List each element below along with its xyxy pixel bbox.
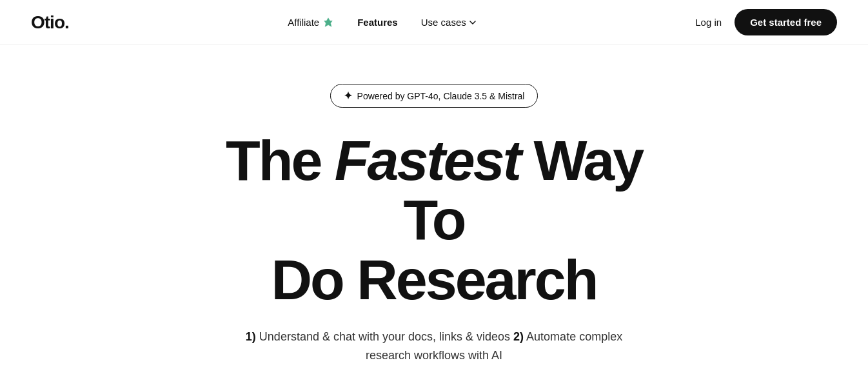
hero-title-italic: Fastest	[335, 128, 520, 192]
powered-badge: ✦ Powered by GPT-4o, Claude 3.5 & Mistra…	[330, 84, 538, 108]
badge-text: Powered by GPT-4o, Claude 3.5 & Mistral	[357, 91, 525, 101]
diamond-icon	[322, 17, 334, 28]
navbar: Otio. Affiliate Features Use cases Log i…	[0, 0, 868, 45]
nav-center: Affiliate Features Use cases	[288, 17, 476, 28]
hero-title: The Fastest Way ToDo Research	[189, 131, 679, 310]
get-started-button[interactable]: Get started free	[735, 9, 837, 35]
nav-use-cases-dropdown[interactable]: Use cases	[421, 17, 477, 28]
nav-right: Log in Get started free	[695, 9, 837, 35]
logo[interactable]: Otio.	[31, 12, 69, 33]
badge-plus-icon: ✦	[344, 90, 352, 102]
subtitle-num2: 2)	[513, 330, 524, 343]
nav-features-link[interactable]: Features	[357, 17, 398, 28]
hero-section: ✦ Powered by GPT-4o, Claude 3.5 & Mistra…	[0, 45, 868, 385]
chevron-down-icon	[469, 19, 477, 26]
login-link[interactable]: Log in	[695, 17, 722, 28]
hero-subtitle: 1) Understand & chat with your docs, lin…	[241, 328, 627, 365]
nav-use-cases-label: Use cases	[421, 17, 466, 28]
subtitle-text1: Understand & chat with your docs, links …	[259, 330, 513, 343]
nav-affiliate-link[interactable]: Affiliate	[288, 17, 334, 28]
hero-title-part1: The Fastest Way ToDo Research	[226, 128, 642, 311]
subtitle-num1: 1)	[246, 330, 256, 343]
